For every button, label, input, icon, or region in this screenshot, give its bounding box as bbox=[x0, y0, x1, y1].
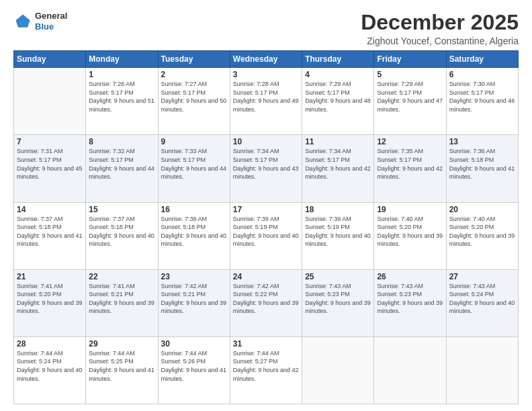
day-number: 14 bbox=[17, 205, 83, 214]
table-row bbox=[14, 68, 86, 135]
day-info: Sunrise: 7:39 AMSunset: 5:19 PMDaylight:… bbox=[305, 215, 371, 248]
day-number: 28 bbox=[17, 339, 83, 349]
table-row: 20Sunrise: 7:40 AMSunset: 5:20 PMDayligh… bbox=[446, 202, 518, 269]
table-row: 2Sunrise: 7:27 AMSunset: 5:17 PMDaylight… bbox=[158, 68, 230, 135]
day-number: 16 bbox=[161, 205, 227, 214]
day-number: 7 bbox=[17, 137, 83, 146]
day-number: 9 bbox=[161, 137, 227, 146]
day-number: 24 bbox=[233, 272, 299, 281]
table-row: 3Sunrise: 7:28 AMSunset: 5:17 PMDaylight… bbox=[230, 68, 302, 135]
day-info: Sunrise: 7:34 AMSunset: 5:17 PMDaylight:… bbox=[233, 147, 299, 181]
day-number: 1 bbox=[89, 70, 154, 79]
table-row: 26Sunrise: 7:43 AMSunset: 5:23 PMDayligh… bbox=[374, 269, 446, 336]
calendar-week-row: 14Sunrise: 7:37 AMSunset: 5:18 PMDayligh… bbox=[14, 202, 519, 269]
day-number: 23 bbox=[161, 272, 227, 281]
day-number: 22 bbox=[89, 272, 154, 281]
table-row: 16Sunrise: 7:38 AMSunset: 5:18 PMDayligh… bbox=[158, 202, 230, 269]
day-info: Sunrise: 7:42 AMSunset: 5:22 PMDaylight:… bbox=[233, 282, 299, 316]
col-monday: Monday bbox=[86, 51, 158, 68]
table-row bbox=[302, 336, 374, 404]
table-row: 15Sunrise: 7:37 AMSunset: 5:18 PMDayligh… bbox=[86, 202, 158, 269]
calendar-week-row: 28Sunrise: 7:44 AMSunset: 5:24 PMDayligh… bbox=[14, 336, 519, 404]
day-info: Sunrise: 7:29 AMSunset: 5:17 PMDaylight:… bbox=[377, 80, 443, 113]
table-row: 27Sunrise: 7:43 AMSunset: 5:24 PMDayligh… bbox=[446, 269, 518, 336]
day-info: Sunrise: 7:36 AMSunset: 5:18 PMDaylight:… bbox=[449, 147, 515, 181]
day-info: Sunrise: 7:38 AMSunset: 5:18 PMDaylight:… bbox=[161, 215, 227, 248]
day-info: Sunrise: 7:27 AMSunset: 5:17 PMDaylight:… bbox=[161, 80, 227, 113]
day-info: Sunrise: 7:43 AMSunset: 5:23 PMDaylight:… bbox=[377, 282, 443, 316]
table-row: 8Sunrise: 7:32 AMSunset: 5:17 PMDaylight… bbox=[86, 135, 158, 202]
day-number: 4 bbox=[305, 70, 371, 79]
table-row: 29Sunrise: 7:44 AMSunset: 5:25 PMDayligh… bbox=[86, 336, 158, 404]
day-info: Sunrise: 7:34 AMSunset: 5:17 PMDaylight:… bbox=[305, 147, 371, 181]
table-row: 9Sunrise: 7:33 AMSunset: 5:17 PMDaylight… bbox=[158, 135, 230, 202]
table-row: 10Sunrise: 7:34 AMSunset: 5:17 PMDayligh… bbox=[230, 135, 302, 202]
col-tuesday: Tuesday bbox=[158, 51, 230, 68]
table-row: 11Sunrise: 7:34 AMSunset: 5:17 PMDayligh… bbox=[302, 135, 374, 202]
calendar-week-row: 7Sunrise: 7:31 AMSunset: 5:17 PMDaylight… bbox=[14, 135, 519, 202]
day-number: 18 bbox=[305, 205, 371, 214]
day-info: Sunrise: 7:40 AMSunset: 5:20 PMDaylight:… bbox=[449, 215, 515, 248]
day-number: 17 bbox=[233, 205, 299, 214]
day-number: 15 bbox=[89, 205, 154, 214]
logo-text: General Blue bbox=[35, 11, 67, 32]
table-row: 1Sunrise: 7:26 AMSunset: 5:17 PMDaylight… bbox=[86, 68, 158, 135]
col-friday: Friday bbox=[374, 51, 446, 68]
day-info: Sunrise: 7:40 AMSunset: 5:20 PMDaylight:… bbox=[377, 215, 443, 248]
day-info: Sunrise: 7:44 AMSunset: 5:26 PMDaylight:… bbox=[161, 349, 227, 383]
day-number: 8 bbox=[89, 137, 154, 146]
day-info: Sunrise: 7:31 AMSunset: 5:17 PMDaylight:… bbox=[17, 147, 83, 181]
day-info: Sunrise: 7:42 AMSunset: 5:21 PMDaylight:… bbox=[161, 282, 227, 316]
day-number: 29 bbox=[89, 339, 154, 349]
col-wednesday: Wednesday bbox=[230, 51, 302, 68]
table-row bbox=[446, 336, 518, 404]
day-number: 11 bbox=[305, 137, 371, 146]
day-info: Sunrise: 7:41 AMSunset: 5:20 PMDaylight:… bbox=[17, 282, 83, 316]
day-info: Sunrise: 7:30 AMSunset: 5:17 PMDaylight:… bbox=[449, 80, 515, 113]
day-info: Sunrise: 7:32 AMSunset: 5:17 PMDaylight:… bbox=[89, 147, 154, 181]
table-row: 30Sunrise: 7:44 AMSunset: 5:26 PMDayligh… bbox=[158, 336, 230, 404]
table-row bbox=[374, 336, 446, 404]
table-row: 7Sunrise: 7:31 AMSunset: 5:17 PMDaylight… bbox=[14, 135, 86, 202]
day-number: 30 bbox=[161, 339, 227, 349]
table-row: 21Sunrise: 7:41 AMSunset: 5:20 PMDayligh… bbox=[14, 269, 86, 336]
table-row: 5Sunrise: 7:29 AMSunset: 5:17 PMDaylight… bbox=[374, 68, 446, 135]
day-number: 20 bbox=[449, 205, 515, 214]
table-row: 28Sunrise: 7:44 AMSunset: 5:24 PMDayligh… bbox=[14, 336, 86, 404]
day-number: 27 bbox=[449, 272, 515, 281]
day-info: Sunrise: 7:44 AMSunset: 5:24 PMDaylight:… bbox=[17, 349, 83, 383]
table-row: 25Sunrise: 7:43 AMSunset: 5:23 PMDayligh… bbox=[302, 269, 374, 336]
day-info: Sunrise: 7:33 AMSunset: 5:17 PMDaylight:… bbox=[161, 147, 227, 181]
day-info: Sunrise: 7:41 AMSunset: 5:21 PMDaylight:… bbox=[89, 282, 154, 316]
col-sunday: Sunday bbox=[14, 51, 86, 68]
col-thursday: Thursday bbox=[302, 51, 374, 68]
day-info: Sunrise: 7:28 AMSunset: 5:17 PMDaylight:… bbox=[233, 80, 299, 113]
title-block: December 2025 Zighout Youcef, Constantin… bbox=[361, 11, 519, 46]
table-row: 23Sunrise: 7:42 AMSunset: 5:21 PMDayligh… bbox=[158, 269, 230, 336]
day-number: 26 bbox=[377, 272, 443, 281]
day-info: Sunrise: 7:43 AMSunset: 5:23 PMDaylight:… bbox=[305, 282, 371, 316]
day-number: 12 bbox=[377, 137, 443, 146]
logo-icon bbox=[13, 12, 32, 31]
day-number: 25 bbox=[305, 272, 371, 281]
day-info: Sunrise: 7:37 AMSunset: 5:18 PMDaylight:… bbox=[17, 215, 83, 248]
day-number: 21 bbox=[17, 272, 83, 281]
day-number: 31 bbox=[233, 339, 299, 349]
day-info: Sunrise: 7:26 AMSunset: 5:17 PMDaylight:… bbox=[89, 80, 154, 113]
day-number: 10 bbox=[233, 137, 299, 146]
table-row: 22Sunrise: 7:41 AMSunset: 5:21 PMDayligh… bbox=[86, 269, 158, 336]
table-row: 24Sunrise: 7:42 AMSunset: 5:22 PMDayligh… bbox=[230, 269, 302, 336]
page: General Blue December 2025 Zighout Youce… bbox=[0, 0, 532, 411]
header: General Blue December 2025 Zighout Youce… bbox=[13, 11, 519, 46]
calendar-week-row: 1Sunrise: 7:26 AMSunset: 5:17 PMDaylight… bbox=[14, 68, 519, 135]
table-row: 4Sunrise: 7:29 AMSunset: 5:17 PMDaylight… bbox=[302, 68, 374, 135]
subtitle: Zighout Youcef, Constantine, Algeria bbox=[361, 36, 519, 46]
calendar-week-row: 21Sunrise: 7:41 AMSunset: 5:20 PMDayligh… bbox=[14, 269, 519, 336]
day-info: Sunrise: 7:35 AMSunset: 5:17 PMDaylight:… bbox=[377, 147, 443, 181]
calendar-table: Sunday Monday Tuesday Wednesday Thursday… bbox=[13, 50, 519, 404]
table-row: 14Sunrise: 7:37 AMSunset: 5:18 PMDayligh… bbox=[14, 202, 86, 269]
day-number: 5 bbox=[377, 70, 443, 79]
table-row: 12Sunrise: 7:35 AMSunset: 5:17 PMDayligh… bbox=[374, 135, 446, 202]
day-info: Sunrise: 7:39 AMSunset: 5:19 PMDaylight:… bbox=[233, 215, 299, 248]
day-info: Sunrise: 7:44 AMSunset: 5:25 PMDaylight:… bbox=[89, 349, 154, 383]
